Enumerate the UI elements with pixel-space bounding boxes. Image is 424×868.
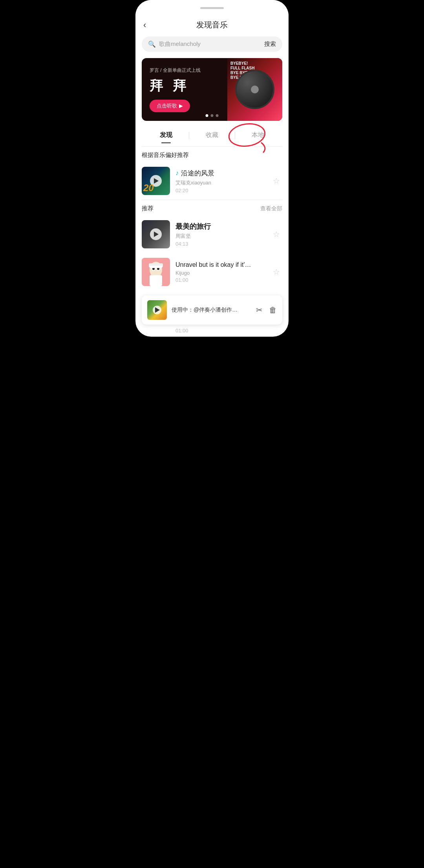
tab-collection[interactable]: 收藏 bbox=[189, 127, 235, 143]
song-info-1: ♪ 沿途的风景 艾瑞克xiaoyuan 02:20 bbox=[175, 169, 265, 193]
banner-listen-button[interactable]: 点击听歌 ▶ bbox=[150, 100, 190, 112]
dot-1 bbox=[206, 114, 208, 117]
tab-local[interactable]: 本地 bbox=[235, 127, 281, 143]
banner-content: 罗言 / 全新单曲正式上线 拜 拜 点击听歌 ▶ bbox=[142, 59, 227, 120]
song-name-2: 最美的旅行 bbox=[175, 222, 265, 231]
svg-rect-9 bbox=[149, 263, 163, 266]
song-artist-1: 艾瑞克xiaoyuan bbox=[175, 179, 265, 186]
back-button[interactable]: ‹ bbox=[143, 20, 146, 30]
tabs: 发现 收藏 本地 bbox=[135, 127, 289, 143]
vinyl-record bbox=[235, 70, 274, 109]
song-name-3: Unravel but is it okay if it'… bbox=[175, 261, 265, 268]
dot-2 bbox=[211, 114, 214, 117]
now-playing-cover bbox=[147, 300, 167, 320]
song-duration-1: 02:20 bbox=[175, 188, 265, 193]
recommend-header: 推荐 查看全部 bbox=[135, 200, 289, 215]
status-bar bbox=[135, 0, 289, 16]
now-playing-info: 使用中：@伴奏小潘创作… bbox=[172, 306, 251, 314]
song-info-2: 最美的旅行 周富坚 04:13 bbox=[175, 222, 265, 247]
banner-image: BYEBYE!FULL FLASHBYE BYEBYE BYE! bbox=[227, 58, 282, 121]
search-icon: 🔍 bbox=[148, 40, 156, 48]
now-playing-play-icon bbox=[153, 306, 161, 314]
song-artist-2: 周富坚 bbox=[175, 233, 265, 240]
page-title: 发现音乐 bbox=[196, 20, 228, 30]
dot-3 bbox=[216, 114, 219, 117]
search-button[interactable]: 搜索 bbox=[264, 40, 276, 48]
song-duration-2: 04:13 bbox=[175, 241, 265, 247]
song-cover-3 bbox=[142, 258, 170, 286]
song-item-1[interactable]: 20 ♪ 沿途的风景 艾瑞克xiaoyuan 02:20 ☆ bbox=[135, 162, 289, 200]
bottom-duration: 01:00 bbox=[135, 325, 289, 337]
favorite-button-2[interactable]: ☆ bbox=[270, 228, 282, 240]
song-info-3: Unravel but is it okay if it'… Kijugo 01… bbox=[175, 261, 265, 283]
status-bar-handle bbox=[200, 7, 224, 9]
song-name-row-1: ♪ 沿途的风景 bbox=[175, 169, 265, 178]
favorite-button-3[interactable]: ☆ bbox=[270, 266, 282, 278]
banner-subtitle: 罗言 / 全新单曲正式上线 bbox=[150, 67, 219, 74]
delete-button[interactable]: 🗑 bbox=[269, 306, 277, 315]
song-item-2[interactable]: 最美的旅行 周富坚 04:13 ☆ bbox=[135, 215, 289, 253]
recommendation-header: 根据音乐偏好推荐 bbox=[135, 147, 289, 162]
recommendation-title: 根据音乐偏好推荐 bbox=[142, 151, 189, 159]
cover-number: 20 bbox=[143, 182, 154, 193]
song-item-3[interactable]: Unravel but is it okay if it'… Kijugo 01… bbox=[135, 253, 289, 291]
tab-discover[interactable]: 发现 bbox=[143, 127, 189, 143]
see-all-button[interactable]: 查看全部 bbox=[260, 205, 282, 212]
now-playing-actions: ✂ 🗑 bbox=[256, 305, 277, 315]
header: ‹ 发现音乐 bbox=[135, 16, 289, 36]
song-name-1: 沿途的风景 bbox=[181, 169, 214, 178]
banner-title: 拜 拜 bbox=[150, 77, 219, 95]
song-cover-1: 20 bbox=[142, 167, 170, 195]
song-artist-3: Kijugo bbox=[175, 270, 265, 276]
play-icon-2 bbox=[150, 228, 162, 240]
search-input[interactable]: 歌曲melancholy bbox=[159, 40, 264, 48]
recommend-title: 推荐 bbox=[142, 205, 154, 212]
song-cover-2 bbox=[142, 220, 170, 248]
search-bar[interactable]: 🔍 歌曲melancholy 搜索 bbox=[142, 36, 282, 52]
banner-dots bbox=[206, 114, 219, 117]
music-note-icon: ♪ bbox=[175, 170, 179, 177]
now-playing-text: 使用中：@伴奏小潘创作… bbox=[172, 306, 251, 314]
favorite-button-1[interactable]: ☆ bbox=[270, 175, 282, 187]
banner[interactable]: 罗言 / 全新单曲正式上线 拜 拜 点击听歌 ▶ BYEBYE!FULL FLA… bbox=[142, 58, 282, 121]
now-playing-bar[interactable]: 使用中：@伴奏小潘创作… ✂ 🗑 bbox=[142, 295, 282, 325]
svg-rect-3 bbox=[150, 275, 162, 286]
anime-avatar bbox=[142, 258, 170, 286]
song-duration-3: 01:00 bbox=[175, 277, 265, 283]
scissors-button[interactable]: ✂ bbox=[256, 305, 263, 315]
